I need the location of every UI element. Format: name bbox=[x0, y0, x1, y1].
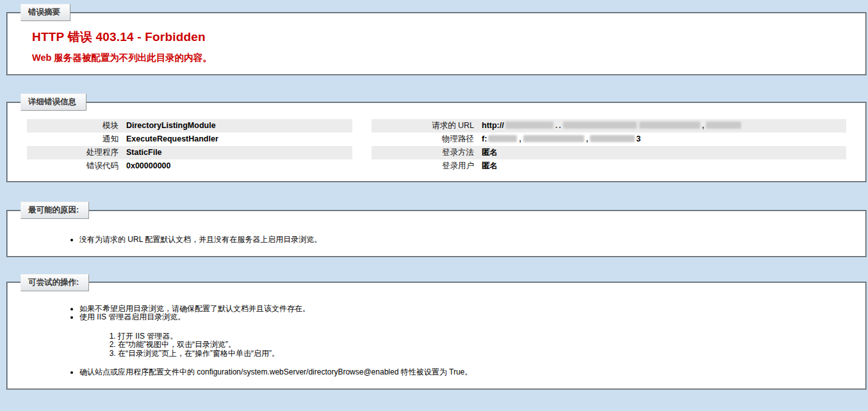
cause-item: 没有为请求的 URL 配置默认文档，并且没有在服务器上启用目录浏览。 bbox=[79, 236, 846, 245]
redacted-segment bbox=[488, 135, 517, 142]
causes-list: 没有为请求的 URL 配置默认文档，并且没有在服务器上启用目录浏览。 bbox=[27, 236, 846, 245]
table-row: 物理路径 f:,,3 bbox=[372, 133, 846, 146]
row-value: StaticFile bbox=[126, 146, 162, 159]
table-row: 模块 DirectoryListingModule bbox=[27, 119, 352, 133]
table-row: 登录方法 匿名 bbox=[372, 146, 846, 159]
physical-path-value: f:,,3 bbox=[482, 133, 641, 146]
row-label: 登录用户 bbox=[372, 159, 482, 173]
row-value: 匿名 bbox=[482, 159, 498, 173]
row-label: 登录方法 bbox=[372, 146, 482, 159]
action-item: 如果不希望启用目录浏览，请确保配置了默认文档并且该文件存在。 bbox=[79, 305, 846, 314]
things-to-try-section: 可尝试的操作: 如果不希望启用目录浏览，请确保配置了默认文档并且该文件存在。 使… bbox=[6, 274, 867, 390]
iis-steps-list: 打开 IIS 管理器。 在“功能”视图中，双击“目录浏览”。 在“目录浏览”页上… bbox=[79, 332, 846, 359]
table-row: 错误代码 0x00000000 bbox=[27, 159, 352, 173]
likely-causes-legend: 最可能的原因: bbox=[20, 202, 89, 219]
error-subtitle: Web 服务器被配置为不列出此目录的内容。 bbox=[32, 52, 846, 64]
row-label: 物理路径 bbox=[372, 133, 482, 146]
details-table: 模块 DirectoryListingModule 通知 ExecuteRequ… bbox=[27, 119, 846, 173]
details-right-column: 请求的 URL http://.., 物理路径 f:,,3 登录方法 匿名 登录… bbox=[372, 119, 846, 173]
row-value: 匿名 bbox=[482, 146, 498, 159]
iis-error-page: { "colors": { "page_background": "#CBDFF… bbox=[0, 0, 868, 411]
detailed-error-section: 详细错误信息 模块 DirectoryListingModule 通知 Exec… bbox=[6, 93, 867, 182]
error-summary-section: 错误摘要 HTTP 错误 403.14 - Forbidden Web 服务器被… bbox=[6, 4, 867, 76]
row-label: 错误代码 bbox=[27, 159, 126, 173]
redacted-segment bbox=[639, 122, 700, 129]
row-label: 请求的 URL bbox=[372, 119, 482, 133]
row-value: 0x00000000 bbox=[126, 159, 171, 173]
step-item: 在“目录浏览”页上，在“操作”窗格中单击“启用”。 bbox=[118, 350, 846, 359]
redacted-segment bbox=[590, 135, 635, 142]
redacted-segment bbox=[505, 122, 553, 129]
things-to-try-legend: 可尝试的操作: bbox=[20, 274, 89, 291]
table-row: 处理程序 StaticFile bbox=[27, 146, 352, 159]
actions-list: 如果不希望启用目录浏览，请确保配置了默认文档并且该文件存在。 使用 IIS 管理… bbox=[27, 305, 846, 377]
step-item: 打开 IIS 管理器。 bbox=[118, 332, 846, 341]
detailed-error-legend: 详细错误信息 bbox=[20, 93, 86, 111]
table-row: 登录用户 匿名 bbox=[372, 159, 846, 173]
row-label: 通知 bbox=[27, 133, 126, 146]
redacted-segment bbox=[563, 122, 637, 129]
row-value: DirectoryListingModule bbox=[126, 119, 216, 133]
row-label: 模块 bbox=[27, 119, 126, 133]
likely-causes-section: 最可能的原因: 没有为请求的 URL 配置默认文档，并且没有在服务器上启用目录浏… bbox=[6, 202, 867, 257]
action-item: 使用 IIS 管理器启用目录浏览。 打开 IIS 管理器。 在“功能”视图中，双… bbox=[79, 313, 846, 358]
error-title: HTTP 错误 403.14 - Forbidden bbox=[32, 29, 846, 45]
error-summary-legend: 错误摘要 bbox=[20, 4, 70, 21]
redacted-segment bbox=[523, 135, 584, 142]
redacted-segment bbox=[706, 122, 741, 129]
table-row: 请求的 URL http://.., bbox=[372, 119, 846, 133]
requested-url-value: http://.., bbox=[482, 119, 742, 133]
row-value: ExecuteRequestHandler bbox=[126, 133, 218, 146]
row-label: 处理程序 bbox=[27, 146, 126, 159]
table-row: 通知 ExecuteRequestHandler bbox=[27, 133, 352, 146]
step-item: 在“功能”视图中，双击“目录浏览”。 bbox=[118, 341, 846, 350]
action-item: 确认站点或应用程序配置文件中的 configuration/system.web… bbox=[79, 368, 846, 377]
details-left-column: 模块 DirectoryListingModule 通知 ExecuteRequ… bbox=[27, 119, 352, 173]
